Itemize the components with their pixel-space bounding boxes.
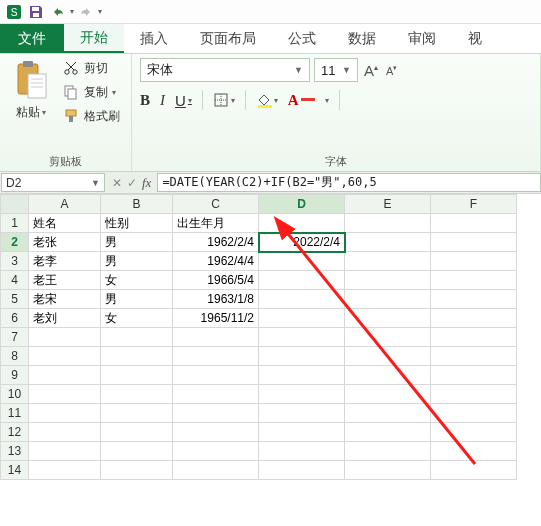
cell-A6[interactable]: 老刘 bbox=[29, 309, 101, 328]
file-tab[interactable]: 文件 bbox=[0, 24, 64, 53]
fill-color-button[interactable]: ▾ bbox=[256, 92, 278, 108]
row-header-4[interactable]: 4 bbox=[1, 271, 29, 290]
fx-icon[interactable]: fx bbox=[142, 175, 151, 191]
cell-C5[interactable]: 1963/1/8 bbox=[173, 290, 259, 309]
cell-A1[interactable]: 姓名 bbox=[29, 214, 101, 233]
paste-dropdown-icon[interactable]: ▾ bbox=[42, 108, 46, 117]
cell-A8[interactable] bbox=[29, 347, 101, 366]
undo-dropdown-icon[interactable]: ▾ bbox=[70, 7, 74, 16]
name-box[interactable]: D2 ▼ bbox=[1, 173, 105, 192]
cell-E4[interactable] bbox=[345, 271, 431, 290]
formula-input[interactable]: =DATE(YEAR(C2)+IF(B2="男",60,5 bbox=[157, 173, 541, 192]
cell-C10[interactable] bbox=[173, 385, 259, 404]
cell-B7[interactable] bbox=[101, 328, 173, 347]
cell-F4[interactable] bbox=[431, 271, 517, 290]
cell-F14[interactable] bbox=[431, 461, 517, 480]
tab-home[interactable]: 开始 bbox=[64, 24, 124, 53]
cell-D5[interactable] bbox=[259, 290, 345, 309]
underline-button[interactable]: U ▾ bbox=[175, 92, 192, 109]
row-header-13[interactable]: 13 bbox=[1, 442, 29, 461]
cell-E12[interactable] bbox=[345, 423, 431, 442]
cell-B13[interactable] bbox=[101, 442, 173, 461]
decrease-font-icon[interactable]: A▾ bbox=[384, 64, 399, 77]
cell-F2[interactable] bbox=[431, 233, 517, 252]
copy-button[interactable]: 复制▾ bbox=[60, 82, 122, 102]
cell-E10[interactable] bbox=[345, 385, 431, 404]
cell-C12[interactable] bbox=[173, 423, 259, 442]
row-header-2[interactable]: 2 bbox=[1, 233, 29, 252]
cell-C14[interactable] bbox=[173, 461, 259, 480]
cell-A4[interactable]: 老王 bbox=[29, 271, 101, 290]
cell-A10[interactable] bbox=[29, 385, 101, 404]
cell-B1[interactable]: 性别 bbox=[101, 214, 173, 233]
cell-D14[interactable] bbox=[259, 461, 345, 480]
cell-F12[interactable] bbox=[431, 423, 517, 442]
cell-A2[interactable]: 老张 bbox=[29, 233, 101, 252]
row-header-8[interactable]: 8 bbox=[1, 347, 29, 366]
tab-layout[interactable]: 页面布局 bbox=[184, 24, 272, 53]
row-header-6[interactable]: 6 bbox=[1, 309, 29, 328]
cell-B6[interactable]: 女 bbox=[101, 309, 173, 328]
cell-D2[interactable]: 2022/2/4 bbox=[259, 233, 345, 252]
cell-A13[interactable] bbox=[29, 442, 101, 461]
cell-F8[interactable] bbox=[431, 347, 517, 366]
cell-F5[interactable] bbox=[431, 290, 517, 309]
customize-qat-icon[interactable]: ▾ bbox=[98, 7, 102, 16]
col-header-F[interactable]: F bbox=[431, 195, 517, 214]
increase-font-icon[interactable]: A▴ bbox=[362, 62, 380, 79]
tab-review[interactable]: 审阅 bbox=[392, 24, 452, 53]
format-painter-button[interactable]: 格式刷 bbox=[60, 106, 122, 126]
row-header-11[interactable]: 11 bbox=[1, 404, 29, 423]
font-color-button[interactable]: A bbox=[288, 92, 315, 109]
cell-F7[interactable] bbox=[431, 328, 517, 347]
save-icon[interactable] bbox=[26, 2, 46, 22]
cell-D3[interactable] bbox=[259, 252, 345, 271]
cell-B12[interactable] bbox=[101, 423, 173, 442]
tab-data[interactable]: 数据 bbox=[332, 24, 392, 53]
cell-B9[interactable] bbox=[101, 366, 173, 385]
paste-button[interactable]: 粘贴▾ bbox=[8, 58, 54, 121]
cell-A9[interactable] bbox=[29, 366, 101, 385]
row-header-9[interactable]: 9 bbox=[1, 366, 29, 385]
enter-formula-icon[interactable]: ✓ bbox=[127, 176, 137, 190]
row-header-7[interactable]: 7 bbox=[1, 328, 29, 347]
cell-D9[interactable] bbox=[259, 366, 345, 385]
undo-icon[interactable] bbox=[48, 2, 68, 22]
row-header-5[interactable]: 5 bbox=[1, 290, 29, 309]
row-header-10[interactable]: 10 bbox=[1, 385, 29, 404]
cell-A14[interactable] bbox=[29, 461, 101, 480]
cell-B2[interactable]: 男 bbox=[101, 233, 173, 252]
col-header-D[interactable]: D bbox=[259, 195, 345, 214]
cell-D7[interactable] bbox=[259, 328, 345, 347]
cell-A3[interactable]: 老李 bbox=[29, 252, 101, 271]
cell-F1[interactable] bbox=[431, 214, 517, 233]
cell-F11[interactable] bbox=[431, 404, 517, 423]
cell-D4[interactable] bbox=[259, 271, 345, 290]
tab-formula[interactable]: 公式 bbox=[272, 24, 332, 53]
cell-B4[interactable]: 女 bbox=[101, 271, 173, 290]
cell-C7[interactable] bbox=[173, 328, 259, 347]
cell-C6[interactable]: 1965/11/2 bbox=[173, 309, 259, 328]
cancel-formula-icon[interactable]: ✕ bbox=[112, 176, 122, 190]
row-header-14[interactable]: 14 bbox=[1, 461, 29, 480]
cell-C4[interactable]: 1966/5/4 bbox=[173, 271, 259, 290]
cell-A11[interactable] bbox=[29, 404, 101, 423]
cell-E13[interactable] bbox=[345, 442, 431, 461]
cell-F9[interactable] bbox=[431, 366, 517, 385]
cell-D8[interactable] bbox=[259, 347, 345, 366]
cell-E14[interactable] bbox=[345, 461, 431, 480]
cell-C2[interactable]: 1962/2/4 bbox=[173, 233, 259, 252]
cell-B10[interactable] bbox=[101, 385, 173, 404]
cell-E6[interactable] bbox=[345, 309, 431, 328]
cell-D13[interactable] bbox=[259, 442, 345, 461]
bold-button[interactable]: B bbox=[140, 92, 150, 109]
cell-C1[interactable]: 出生年月 bbox=[173, 214, 259, 233]
col-header-A[interactable]: A bbox=[29, 195, 101, 214]
worksheet-grid[interactable]: ABCDEF1姓名性别出生年月2老张男1962/2/42022/2/43老李男1… bbox=[0, 194, 541, 480]
cell-E7[interactable] bbox=[345, 328, 431, 347]
font-size-select[interactable]: 11▼ bbox=[314, 58, 358, 82]
cell-B5[interactable]: 男 bbox=[101, 290, 173, 309]
cell-B14[interactable] bbox=[101, 461, 173, 480]
tab-view[interactable]: 视 bbox=[452, 24, 498, 53]
cell-F3[interactable] bbox=[431, 252, 517, 271]
